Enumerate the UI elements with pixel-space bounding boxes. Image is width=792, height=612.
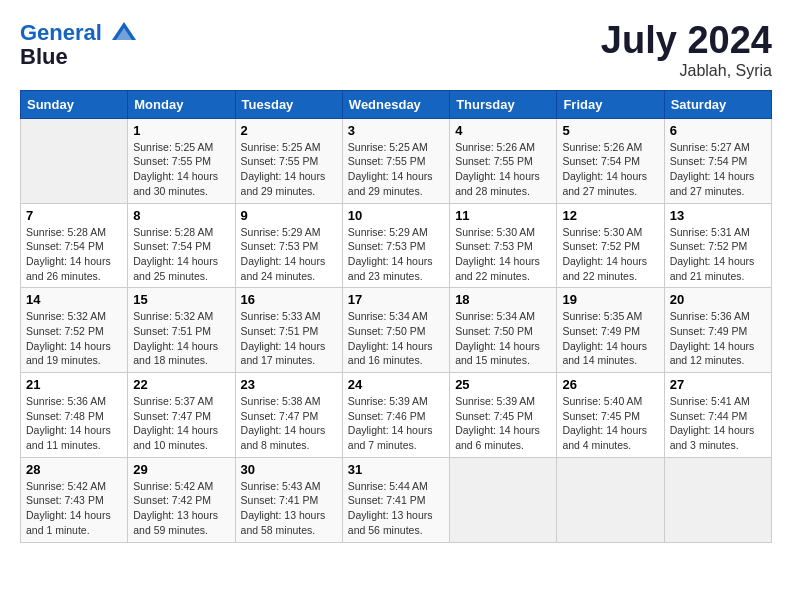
week-row-3: 14Sunrise: 5:32 AMSunset: 7:52 PMDayligh… [21,288,772,373]
day-info: Sunrise: 5:34 AMSunset: 7:50 PMDaylight:… [455,309,551,368]
day-info: Sunrise: 5:30 AMSunset: 7:53 PMDaylight:… [455,225,551,284]
day-info: Sunrise: 5:33 AMSunset: 7:51 PMDaylight:… [241,309,337,368]
day-number: 21 [26,377,122,392]
calendar-cell [450,457,557,542]
calendar-cell: 16Sunrise: 5:33 AMSunset: 7:51 PMDayligh… [235,288,342,373]
day-info: Sunrise: 5:26 AMSunset: 7:55 PMDaylight:… [455,140,551,199]
day-number: 8 [133,208,229,223]
calendar-cell: 2Sunrise: 5:25 AMSunset: 7:55 PMDaylight… [235,118,342,203]
header-tuesday: Tuesday [235,90,342,118]
day-number: 31 [348,462,444,477]
calendar-cell: 18Sunrise: 5:34 AMSunset: 7:50 PMDayligh… [450,288,557,373]
day-info: Sunrise: 5:32 AMSunset: 7:52 PMDaylight:… [26,309,122,368]
calendar-cell: 14Sunrise: 5:32 AMSunset: 7:52 PMDayligh… [21,288,128,373]
week-row-2: 7Sunrise: 5:28 AMSunset: 7:54 PMDaylight… [21,203,772,288]
header-sunday: Sunday [21,90,128,118]
calendar-cell: 8Sunrise: 5:28 AMSunset: 7:54 PMDaylight… [128,203,235,288]
day-number: 12 [562,208,658,223]
day-number: 7 [26,208,122,223]
title-block: July 2024 Jablah, Syria [601,20,772,80]
calendar-cell: 11Sunrise: 5:30 AMSunset: 7:53 PMDayligh… [450,203,557,288]
calendar-cell: 20Sunrise: 5:36 AMSunset: 7:49 PMDayligh… [664,288,771,373]
calendar-cell: 7Sunrise: 5:28 AMSunset: 7:54 PMDaylight… [21,203,128,288]
day-info: Sunrise: 5:39 AMSunset: 7:46 PMDaylight:… [348,394,444,453]
day-number: 26 [562,377,658,392]
day-info: Sunrise: 5:44 AMSunset: 7:41 PMDaylight:… [348,479,444,538]
header-thursday: Thursday [450,90,557,118]
calendar-cell: 17Sunrise: 5:34 AMSunset: 7:50 PMDayligh… [342,288,449,373]
day-info: Sunrise: 5:35 AMSunset: 7:49 PMDaylight:… [562,309,658,368]
day-number: 27 [670,377,766,392]
logo-general: General [20,20,102,45]
day-number: 22 [133,377,229,392]
day-number: 23 [241,377,337,392]
header-monday: Monday [128,90,235,118]
day-number: 5 [562,123,658,138]
header-wednesday: Wednesday [342,90,449,118]
day-number: 28 [26,462,122,477]
day-info: Sunrise: 5:31 AMSunset: 7:52 PMDaylight:… [670,225,766,284]
calendar-cell [557,457,664,542]
day-number: 16 [241,292,337,307]
day-info: Sunrise: 5:32 AMSunset: 7:51 PMDaylight:… [133,309,229,368]
page-header: General Blue July 2024 Jablah, Syria [20,20,772,80]
day-number: 9 [241,208,337,223]
calendar-cell: 10Sunrise: 5:29 AMSunset: 7:53 PMDayligh… [342,203,449,288]
day-number: 25 [455,377,551,392]
week-row-4: 21Sunrise: 5:36 AMSunset: 7:48 PMDayligh… [21,373,772,458]
calendar-body: 1Sunrise: 5:25 AMSunset: 7:55 PMDaylight… [21,118,772,542]
day-number: 10 [348,208,444,223]
calendar-cell: 22Sunrise: 5:37 AMSunset: 7:47 PMDayligh… [128,373,235,458]
day-info: Sunrise: 5:42 AMSunset: 7:43 PMDaylight:… [26,479,122,538]
day-info: Sunrise: 5:25 AMSunset: 7:55 PMDaylight:… [241,140,337,199]
calendar-cell: 31Sunrise: 5:44 AMSunset: 7:41 PMDayligh… [342,457,449,542]
logo-icon [110,20,138,48]
day-info: Sunrise: 5:37 AMSunset: 7:47 PMDaylight:… [133,394,229,453]
calendar-cell: 6Sunrise: 5:27 AMSunset: 7:54 PMDaylight… [664,118,771,203]
day-info: Sunrise: 5:38 AMSunset: 7:47 PMDaylight:… [241,394,337,453]
day-number: 29 [133,462,229,477]
calendar-cell: 28Sunrise: 5:42 AMSunset: 7:43 PMDayligh… [21,457,128,542]
week-row-1: 1Sunrise: 5:25 AMSunset: 7:55 PMDaylight… [21,118,772,203]
day-info: Sunrise: 5:40 AMSunset: 7:45 PMDaylight:… [562,394,658,453]
day-number: 1 [133,123,229,138]
day-info: Sunrise: 5:29 AMSunset: 7:53 PMDaylight:… [348,225,444,284]
location: Jablah, Syria [601,62,772,80]
header-friday: Friday [557,90,664,118]
calendar-cell: 19Sunrise: 5:35 AMSunset: 7:49 PMDayligh… [557,288,664,373]
calendar-cell: 5Sunrise: 5:26 AMSunset: 7:54 PMDaylight… [557,118,664,203]
day-info: Sunrise: 5:25 AMSunset: 7:55 PMDaylight:… [348,140,444,199]
day-number: 15 [133,292,229,307]
day-number: 19 [562,292,658,307]
logo: General Blue [20,20,140,70]
calendar-cell: 25Sunrise: 5:39 AMSunset: 7:45 PMDayligh… [450,373,557,458]
day-number: 13 [670,208,766,223]
day-info: Sunrise: 5:41 AMSunset: 7:44 PMDaylight:… [670,394,766,453]
calendar-cell: 1Sunrise: 5:25 AMSunset: 7:55 PMDaylight… [128,118,235,203]
calendar-cell [664,457,771,542]
day-number: 17 [348,292,444,307]
month-title: July 2024 [601,20,772,62]
day-number: 18 [455,292,551,307]
day-info: Sunrise: 5:29 AMSunset: 7:53 PMDaylight:… [241,225,337,284]
calendar-cell: 21Sunrise: 5:36 AMSunset: 7:48 PMDayligh… [21,373,128,458]
day-info: Sunrise: 5:43 AMSunset: 7:41 PMDaylight:… [241,479,337,538]
day-info: Sunrise: 5:27 AMSunset: 7:54 PMDaylight:… [670,140,766,199]
calendar-cell: 15Sunrise: 5:32 AMSunset: 7:51 PMDayligh… [128,288,235,373]
day-number: 20 [670,292,766,307]
calendar-cell: 29Sunrise: 5:42 AMSunset: 7:42 PMDayligh… [128,457,235,542]
day-info: Sunrise: 5:39 AMSunset: 7:45 PMDaylight:… [455,394,551,453]
calendar-cell: 24Sunrise: 5:39 AMSunset: 7:46 PMDayligh… [342,373,449,458]
calendar-cell: 23Sunrise: 5:38 AMSunset: 7:47 PMDayligh… [235,373,342,458]
calendar-cell: 12Sunrise: 5:30 AMSunset: 7:52 PMDayligh… [557,203,664,288]
day-info: Sunrise: 5:28 AMSunset: 7:54 PMDaylight:… [133,225,229,284]
day-number: 4 [455,123,551,138]
header-saturday: Saturday [664,90,771,118]
day-info: Sunrise: 5:26 AMSunset: 7:54 PMDaylight:… [562,140,658,199]
calendar-cell: 3Sunrise: 5:25 AMSunset: 7:55 PMDaylight… [342,118,449,203]
day-info: Sunrise: 5:36 AMSunset: 7:49 PMDaylight:… [670,309,766,368]
calendar-cell: 30Sunrise: 5:43 AMSunset: 7:41 PMDayligh… [235,457,342,542]
day-info: Sunrise: 5:28 AMSunset: 7:54 PMDaylight:… [26,225,122,284]
day-number: 24 [348,377,444,392]
day-number: 2 [241,123,337,138]
